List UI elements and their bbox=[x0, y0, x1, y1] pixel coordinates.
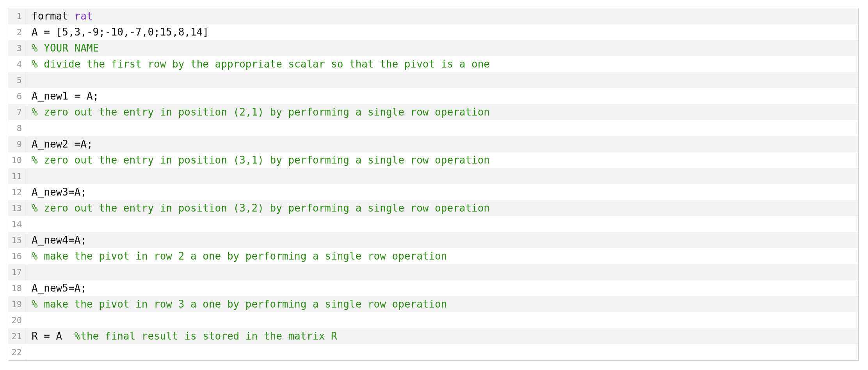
token-kw: format bbox=[32, 10, 75, 22]
token-comment: % zero out the entry in position (3,2) b… bbox=[32, 202, 490, 214]
line-number: 6 bbox=[8, 88, 26, 104]
code-line[interactable]: 13% zero out the entry in position (3,2)… bbox=[8, 200, 858, 216]
code-line[interactable]: 10% zero out the entry in position (3,1)… bbox=[8, 152, 858, 168]
code-line[interactable]: 17 bbox=[8, 264, 858, 280]
code-line[interactable]: 19% make the pivot in row 3 a one by per… bbox=[8, 296, 858, 312]
line-number: 22 bbox=[8, 344, 26, 360]
token-plain: R = A bbox=[32, 330, 75, 342]
line-number: 5 bbox=[8, 72, 26, 88]
code-content[interactable]: % YOUR NAME bbox=[26, 40, 858, 56]
code-line[interactable]: 15A_new4=A; bbox=[8, 232, 858, 248]
line-number: 19 bbox=[8, 296, 26, 312]
code-content[interactable] bbox=[26, 216, 858, 232]
code-line[interactable]: 14 bbox=[8, 216, 858, 232]
token-comment: % divide the first row by the appropriat… bbox=[32, 58, 490, 70]
code-content[interactable]: % zero out the entry in position (2,1) b… bbox=[26, 104, 858, 120]
code-line[interactable]: 4% divide the first row by the appropria… bbox=[8, 56, 858, 72]
code-content[interactable]: A_new1 = A; bbox=[26, 88, 858, 104]
code-line[interactable]: 9A_new2 =A; bbox=[8, 136, 858, 152]
line-number: 13 bbox=[8, 200, 26, 216]
code-content[interactable]: A = [5,3,-9;-10,-7,0;15,8,14] bbox=[26, 24, 858, 40]
code-content[interactable]: % divide the first row by the appropriat… bbox=[26, 56, 858, 72]
code-editor[interactable]: 1format rat2A = [5,3,-9;-10,-7,0;15,8,14… bbox=[8, 8, 859, 361]
token-comment: %the final result is stored in the matri… bbox=[75, 330, 337, 342]
token-plain: A_new4=A; bbox=[32, 234, 87, 246]
code-line[interactable]: 2A = [5,3,-9;-10,-7,0;15,8,14] bbox=[8, 24, 858, 40]
line-number: 4 bbox=[8, 56, 26, 72]
code-content[interactable] bbox=[26, 344, 858, 360]
line-number: 1 bbox=[8, 8, 26, 24]
code-content[interactable] bbox=[26, 264, 858, 280]
code-content[interactable]: A_new3=A; bbox=[26, 184, 858, 200]
token-comment: % make the pivot in row 3 a one by perfo… bbox=[32, 298, 447, 310]
code-line[interactable]: 5 bbox=[8, 72, 858, 88]
line-number: 10 bbox=[8, 152, 26, 168]
line-number: 16 bbox=[8, 248, 26, 264]
token-plain: A = [5,3,-9;-10,-7,0;15,8,14] bbox=[32, 26, 209, 38]
token-comment: % make the pivot in row 2 a one by perfo… bbox=[32, 250, 447, 262]
code-content[interactable] bbox=[26, 72, 858, 88]
code-line[interactable]: 3% YOUR NAME bbox=[8, 40, 858, 56]
token-comment: % zero out the entry in position (2,1) b… bbox=[32, 106, 490, 118]
code-content[interactable]: R = A %the final result is stored in the… bbox=[26, 328, 858, 344]
line-number: 21 bbox=[8, 328, 26, 344]
line-number: 20 bbox=[8, 312, 26, 328]
code-line[interactable]: 21R = A %the final result is stored in t… bbox=[8, 328, 858, 344]
code-content[interactable]: A_new2 =A; bbox=[26, 136, 858, 152]
code-content[interactable] bbox=[26, 120, 858, 136]
token-plain: A_new5=A; bbox=[32, 282, 87, 294]
code-content[interactable] bbox=[26, 312, 858, 328]
code-line[interactable]: 1format rat bbox=[8, 8, 858, 24]
code-line[interactable]: 18A_new5=A; bbox=[8, 280, 858, 296]
code-content[interactable]: A_new5=A; bbox=[26, 280, 858, 296]
code-content[interactable]: A_new4=A; bbox=[26, 232, 858, 248]
line-number: 3 bbox=[8, 40, 26, 56]
line-number: 18 bbox=[8, 280, 26, 296]
code-line[interactable]: 6A_new1 = A; bbox=[8, 88, 858, 104]
code-line[interactable]: 16% make the pivot in row 2 a one by per… bbox=[8, 248, 858, 264]
code-line[interactable]: 20 bbox=[8, 312, 858, 328]
token-fn: rat bbox=[75, 10, 93, 22]
code-line[interactable]: 8 bbox=[8, 120, 858, 136]
line-number: 9 bbox=[8, 136, 26, 152]
token-plain: A_new2 =A; bbox=[32, 138, 93, 150]
code-line[interactable]: 12A_new3=A; bbox=[8, 184, 858, 200]
line-number: 2 bbox=[8, 24, 26, 40]
code-content[interactable]: % make the pivot in row 3 a one by perfo… bbox=[26, 296, 858, 312]
line-number: 15 bbox=[8, 232, 26, 248]
line-number: 11 bbox=[8, 168, 26, 184]
token-plain: A_new1 = A; bbox=[32, 90, 99, 102]
line-number: 8 bbox=[8, 120, 26, 136]
token-comment: % zero out the entry in position (3,1) b… bbox=[32, 154, 490, 166]
line-number: 14 bbox=[8, 216, 26, 232]
code-content[interactable]: format rat bbox=[26, 8, 858, 24]
code-line[interactable]: 11 bbox=[8, 168, 858, 184]
token-comment: % YOUR NAME bbox=[32, 42, 99, 54]
code-content[interactable]: % zero out the entry in position (3,1) b… bbox=[26, 152, 858, 168]
line-number: 17 bbox=[8, 264, 26, 280]
code-content[interactable] bbox=[26, 168, 858, 184]
code-content[interactable]: % zero out the entry in position (3,2) b… bbox=[26, 200, 858, 216]
token-plain: A_new3=A; bbox=[32, 186, 87, 198]
code-content[interactable]: % make the pivot in row 2 a one by perfo… bbox=[26, 248, 858, 264]
line-number: 12 bbox=[8, 184, 26, 200]
code-line[interactable]: 7% zero out the entry in position (2,1) … bbox=[8, 104, 858, 120]
code-line[interactable]: 22 bbox=[8, 344, 858, 360]
line-number: 7 bbox=[8, 104, 26, 120]
